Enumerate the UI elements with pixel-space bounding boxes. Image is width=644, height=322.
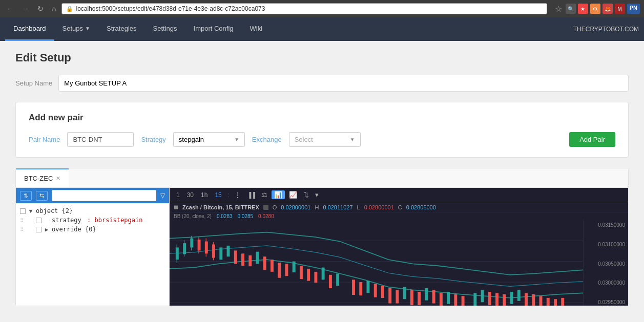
svg-rect-44	[432, 290, 435, 303]
chart-more2-btn[interactable]: ▾	[313, 190, 321, 200]
page-title: Edit Setup	[15, 51, 629, 65]
svg-rect-56	[525, 293, 528, 306]
svg-rect-31	[329, 275, 332, 288]
svg-rect-55	[517, 290, 521, 300]
svg-rect-52	[495, 293, 498, 306]
bb-label: BB (20, close, 2)	[174, 213, 212, 219]
svg-rect-20	[248, 255, 252, 266]
chart-drawing-icon[interactable]: ⇅	[301, 190, 311, 200]
add-pair-title: Add new pair	[29, 113, 615, 123]
price-level-2: 0.03100000	[587, 242, 625, 247]
svg-rect-46	[447, 292, 450, 304]
tree-checkbox-3[interactable]	[36, 227, 41, 232]
tree-expand-3[interactable]: ▶	[44, 226, 50, 233]
svg-rect-32	[336, 273, 339, 286]
pair-name-input[interactable]	[67, 132, 134, 147]
svg-rect-42	[418, 292, 421, 305]
tree-search-input[interactable]	[52, 190, 156, 201]
svg-rect-51	[488, 292, 491, 305]
back-button[interactable]: ←	[4, 4, 16, 14]
url-text: localhost:5000/setups/edit/e478d38d-e71e…	[76, 5, 265, 12]
chart-more-btn[interactable]: ⋮	[232, 190, 243, 200]
svg-rect-21	[256, 252, 259, 264]
tree-checkbox-1[interactable]	[20, 208, 26, 214]
chart-svg: Vol (20) 143	[170, 220, 583, 306]
price-level-5: 0.02950000	[587, 299, 625, 305]
chart-line-icon[interactable]: 📈	[287, 190, 299, 200]
svg-rect-17	[227, 246, 230, 256]
tree-filter-icon[interactable]: ▽	[160, 192, 165, 199]
address-bar: 🔒 localhost:5000/setups/edit/e478d38d-e7…	[61, 3, 547, 14]
svg-rect-48	[462, 296, 465, 306]
content-split: ⇅ ⇆ ▽ ▼ object {2} ⠿	[16, 188, 628, 306]
nav-import-config[interactable]: Import Config	[185, 17, 242, 41]
extension-icon-4[interactable]: 🦊	[603, 4, 613, 14]
tree-collapse-btn[interactable]: ⇅	[20, 191, 32, 201]
tree-toolbar: ⇅ ⇆ ▽	[16, 188, 169, 203]
ohlc-h-label: H	[315, 204, 319, 210]
strategy-select[interactable]: stepgain ▼	[173, 132, 245, 147]
svg-rect-38	[388, 288, 391, 304]
svg-rect-19	[241, 253, 244, 266]
chart-btn-30[interactable]: 30	[184, 190, 196, 200]
tree-key-2: strategy	[52, 217, 81, 224]
nav-dashboard[interactable]: Dashboard	[5, 17, 54, 41]
svg-rect-29	[314, 272, 317, 283]
svg-rect-4	[176, 247, 179, 260]
svg-rect-43	[425, 288, 428, 300]
svg-rect-35	[367, 281, 370, 293]
tree-panel: ⇅ ⇆ ▽ ▼ object {2} ⠿	[16, 188, 170, 306]
extension-icon-1[interactable]: 🔍	[566, 4, 576, 14]
svg-rect-28	[307, 269, 310, 281]
nav-strategies[interactable]: Strategies	[98, 17, 145, 41]
exchange-select[interactable]: Select ▼	[289, 132, 361, 147]
refresh-button[interactable]: ↻	[35, 4, 46, 14]
chart-btn-15[interactable]: 15	[212, 190, 224, 200]
main-content: Edit Setup Setup Name Add new pair Pair …	[0, 41, 644, 316]
extension-icon-5[interactable]: M	[615, 4, 625, 14]
ohlc-o-label: O	[273, 204, 277, 210]
tree-checkbox-2[interactable]	[36, 218, 41, 223]
add-pair-button[interactable]: Add Pair	[569, 132, 615, 147]
price-level-3: 0.03050000	[587, 261, 625, 267]
nav-setups[interactable]: Setups ▼	[54, 17, 98, 41]
bookmark-icon[interactable]: ☆	[553, 4, 564, 14]
setups-dropdown-arrow: ▼	[85, 26, 90, 31]
tab-close-icon[interactable]: ✕	[56, 175, 60, 182]
drag-handle-2[interactable]: ⠿	[20, 218, 24, 223]
nav-settings[interactable]: Settings	[145, 17, 185, 41]
pn-badge: PN	[627, 4, 640, 14]
drag-handle-3[interactable]: ⠿	[20, 227, 24, 232]
svg-rect-10	[198, 240, 201, 250]
tree-expand-1[interactable]: ▼	[28, 208, 34, 214]
svg-rect-39	[396, 290, 399, 303]
nav-wiki[interactable]: Wiki	[242, 17, 271, 41]
svg-rect-40	[403, 287, 406, 299]
tree-value-2: : bbrsistepgain	[84, 217, 143, 224]
svg-rect-54	[510, 292, 513, 304]
chart-scale-icon[interactable]: ⚖	[259, 190, 269, 200]
chart-separator: :	[227, 191, 230, 199]
tree-expand-btn[interactable]: ⇆	[36, 191, 48, 201]
browser-actions: ☆ 🔍 ★ ⚙ 🦊 M PN	[553, 4, 640, 14]
forward-button[interactable]: →	[19, 4, 32, 14]
extension-icon-2[interactable]: ★	[578, 4, 588, 14]
ohlc-c-label: C	[398, 204, 402, 210]
chart-btn-1h[interactable]: 1h	[198, 190, 210, 200]
chart-candle-icon[interactable]: ▐▐	[245, 191, 257, 199]
tab-btc-zec[interactable]: BTC-ZEC ✕	[16, 168, 69, 187]
extension-icon-3[interactable]: ⚙	[590, 4, 600, 14]
svg-rect-30	[322, 268, 325, 280]
setup-name-input[interactable]	[58, 75, 629, 92]
chart-btn-1[interactable]: 1	[174, 190, 182, 200]
svg-rect-27	[300, 266, 303, 279]
chart-panel: 1 30 1h 15 : ⋮ ▐▐ ⚖ 📊 📈 ⇅ ▾ ◼ Zcash / Bi	[170, 188, 628, 306]
tree-row: ⠿ strategy : bbrsistepgain	[18, 216, 167, 225]
chart-bar-icon[interactable]: 📊	[272, 190, 285, 199]
home-button[interactable]: ⌂	[49, 4, 58, 14]
svg-rect-24	[278, 263, 281, 278]
add-pair-card: Add new pair Pair Name Strategy stepgain…	[15, 102, 629, 158]
navbar: Dashboard Setups ▼ Strategies Settings I…	[0, 17, 644, 41]
chart-area: 0.03150000 0.03100000 0.03050000 0.03000…	[170, 220, 628, 306]
ohlc-l-val: 0.02800001	[364, 204, 394, 210]
